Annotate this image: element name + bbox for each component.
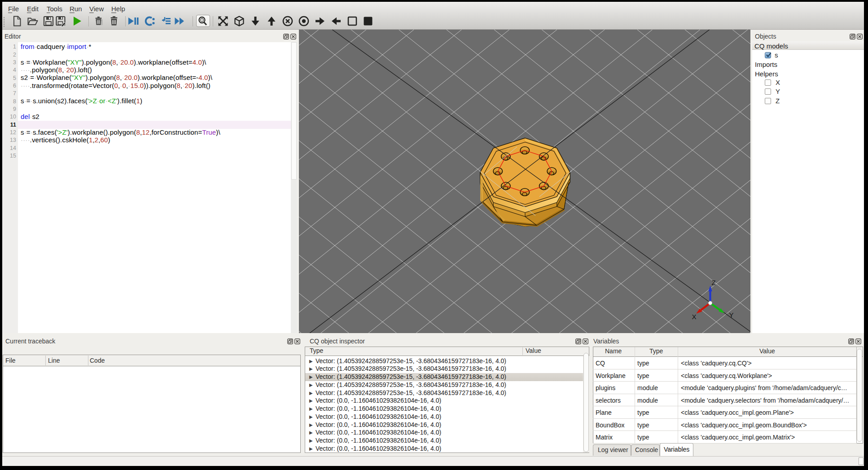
svg-text:X: X xyxy=(692,313,697,321)
svg-text:Y: Y xyxy=(729,311,734,319)
svg-text:Z: Z xyxy=(712,279,716,286)
